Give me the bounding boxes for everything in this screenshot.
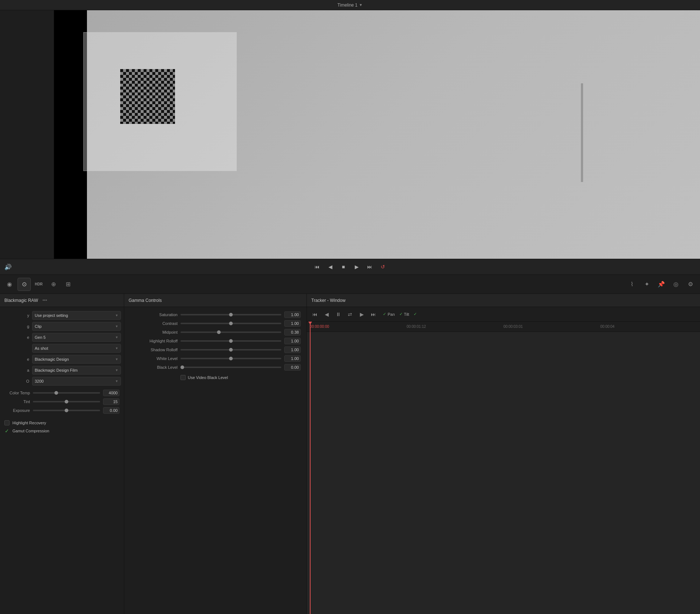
blackmagic-design-dropdown[interactable]: Blackmagic Design ▼ bbox=[32, 355, 121, 364]
white-level-slider[interactable] bbox=[180, 358, 281, 359]
tool-circle-button[interactable]: ◎ bbox=[669, 278, 682, 291]
tracker-prev-button[interactable]: ◀ bbox=[322, 309, 332, 319]
tool-pointer-button[interactable]: ◉ bbox=[3, 278, 16, 291]
transport-bar: 🔊 ⏮ ◀ ■ ▶ ⏭ ↺ bbox=[0, 259, 700, 275]
tracker-swap-button[interactable]: ⇄ bbox=[345, 309, 355, 319]
highlight-rolloff-value[interactable]: 1.00 bbox=[284, 338, 301, 344]
highlight-rolloff-slider[interactable] bbox=[180, 340, 281, 342]
exposure-row: Exposure 0.00 bbox=[4, 407, 119, 414]
tint-value[interactable]: 15 bbox=[103, 398, 119, 405]
tracker-pan-checkbox: ✓ Pan bbox=[383, 312, 395, 317]
play-button[interactable]: ▶ bbox=[351, 262, 362, 272]
as-shot-dropdown[interactable]: As shot ▼ bbox=[32, 344, 121, 353]
blackmagic-design-film-dropdown[interactable]: Blackmagic Design Film ▼ bbox=[32, 366, 121, 375]
video-content bbox=[54, 10, 700, 259]
tool-target-button[interactable]: ⊙ bbox=[18, 278, 31, 291]
black-level-thumb[interactable] bbox=[180, 365, 184, 369]
shadow-rolloff-value[interactable]: 1.00 bbox=[284, 346, 301, 353]
gamma-panel-header: Gamma Controls bbox=[124, 294, 307, 307]
gamut-compression-label: Gamut Compression bbox=[12, 429, 49, 433]
midpoint-row: Midpoint 0.38 bbox=[130, 329, 301, 336]
saturation-slider[interactable] bbox=[180, 314, 281, 315]
bottom-panel: Blackmagic RAW ••• y Use project setting… bbox=[0, 294, 700, 614]
contrast-row: Contrast 1.00 bbox=[130, 320, 301, 327]
tool-waveform-button[interactable]: ⌇ bbox=[625, 278, 639, 291]
midpoint-slider[interactable] bbox=[180, 331, 281, 333]
raw-row-bmd-film: a Blackmagic Design Film ▼ bbox=[0, 365, 124, 376]
stop-button[interactable]: ■ bbox=[338, 262, 349, 272]
color-temp-value[interactable]: 4000 bbox=[103, 390, 119, 396]
contrast-slider[interactable] bbox=[180, 323, 281, 324]
raw-row-gen5: e Gen 5 ▼ bbox=[0, 332, 124, 343]
raw-row-as-shot: As shot ▼ bbox=[0, 343, 124, 354]
timeline-title-text: Timeline 1 bbox=[338, 3, 358, 8]
tool-settings-button[interactable]: ⚙ bbox=[684, 278, 697, 291]
prev-frame-button[interactable]: ◀ bbox=[325, 262, 335, 272]
saturation-thumb[interactable] bbox=[229, 313, 233, 317]
iso-3200-dropdown[interactable]: 3200 ▼ bbox=[32, 377, 121, 386]
highlight-rolloff-row: Highlight Rolloff 1.00 bbox=[130, 338, 301, 344]
shadow-rolloff-thumb[interactable] bbox=[229, 348, 233, 352]
color-temp-thumb[interactable] bbox=[54, 391, 58, 395]
clip-dropdown[interactable]: Clip ▼ bbox=[32, 322, 121, 331]
video-viewer[interactable] bbox=[54, 10, 700, 259]
raw-row-clip: g Clip ▼ bbox=[0, 321, 124, 332]
midpoint-thumb[interactable] bbox=[217, 330, 221, 334]
use-video-black-level-checkbox[interactable] bbox=[180, 375, 186, 380]
tool-bar: ◉ ⊙ HDR ⊕ ⊞ ⌇ ✦ 📌 ◎ ⚙ bbox=[0, 275, 700, 294]
exposure-slider[interactable] bbox=[33, 410, 100, 411]
saturation-value[interactable]: 1.00 bbox=[284, 311, 301, 318]
tracker-pause-button[interactable]: ⏸ bbox=[333, 309, 343, 319]
raw-panel-dots[interactable]: ••• bbox=[42, 298, 47, 303]
top-bar: Timeline 1 ▼ bbox=[0, 0, 700, 10]
volume-icon[interactable]: 🔊 bbox=[4, 264, 12, 270]
skip-back-button[interactable]: ⏮ bbox=[312, 262, 322, 272]
shadow-rolloff-slider[interactable] bbox=[180, 349, 281, 350]
highlight-rolloff-label: Highlight Rolloff bbox=[130, 339, 178, 343]
midpoint-value[interactable]: 0.38 bbox=[284, 329, 301, 336]
shadow-rolloff-label: Shadow Rolloff bbox=[130, 348, 178, 352]
tracker-panel-header: Tracker - Window bbox=[307, 294, 700, 307]
contrast-thumb[interactable] bbox=[229, 322, 233, 325]
tracker-panel: Tracker - Window ⏮ ◀ ⏸ ⇄ ▶ ⏭ ✓ Pan ✓ Til… bbox=[307, 294, 700, 614]
timeline-dropdown-icon[interactable]: ▼ bbox=[359, 3, 363, 7]
tracker-timeline[interactable]: 00:00:00:00 00:00:01:12 00:00:03:01 00:0… bbox=[307, 322, 700, 614]
white-level-thumb[interactable] bbox=[229, 357, 233, 360]
white-level-value[interactable]: 1.00 bbox=[284, 355, 301, 362]
loop-button[interactable]: ↺ bbox=[378, 262, 388, 272]
tint-thumb[interactable] bbox=[65, 400, 68, 403]
tracker-controls: ⏮ ◀ ⏸ ⇄ ▶ ⏭ ✓ Pan ✓ Tilt ✓ bbox=[307, 307, 700, 322]
tool-layers-button[interactable]: ⊕ bbox=[47, 278, 60, 291]
tool-table-button[interactable]: ⊞ bbox=[61, 278, 75, 291]
tool-pin-button[interactable]: 📌 bbox=[655, 278, 668, 291]
use-project-setting-dropdown[interactable]: Use project setting ▼ bbox=[32, 311, 121, 320]
tracker-skip-start-button[interactable]: ⏮ bbox=[310, 309, 320, 319]
black-level-slider[interactable] bbox=[180, 367, 281, 368]
midpoint-label: Midpoint bbox=[130, 330, 178, 334]
gen5-dropdown[interactable]: Gen 5 ▼ bbox=[32, 333, 121, 342]
raw-settings-content: y Use project setting ▼ g Clip ▼ bbox=[0, 307, 124, 614]
tracker-skip-end-button[interactable]: ⏭ bbox=[368, 309, 378, 319]
contrast-value[interactable]: 1.00 bbox=[284, 320, 301, 327]
exposure-thumb[interactable] bbox=[65, 409, 68, 412]
white-level-row: White Level 1.00 bbox=[130, 355, 301, 362]
black-level-value[interactable]: 0.00 bbox=[284, 364, 301, 371]
tracker-play-button[interactable]: ▶ bbox=[357, 309, 367, 319]
tint-slider[interactable] bbox=[33, 401, 100, 402]
timeline-playhead[interactable] bbox=[310, 322, 311, 614]
exposure-value[interactable]: 0.00 bbox=[103, 407, 119, 414]
gamut-compression-row: ✓ Gamut Compression bbox=[0, 427, 124, 435]
gamut-compression-checkbox[interactable]: ✓ bbox=[4, 428, 9, 433]
highlight-recovery-checkbox[interactable] bbox=[4, 420, 9, 425]
tool-scope-button[interactable]: ✦ bbox=[640, 278, 653, 291]
color-temp-row: Color Temp 4000 bbox=[4, 390, 119, 396]
highlight-rolloff-thumb[interactable] bbox=[229, 339, 233, 343]
shadow-rolloff-row: Shadow Rolloff 1.00 bbox=[130, 346, 301, 353]
white-level-label: White Level bbox=[130, 356, 178, 361]
video-vertical-bar bbox=[581, 83, 583, 182]
skip-forward-button[interactable]: ⏭ bbox=[365, 262, 375, 272]
tool-hdr-button[interactable]: HDR bbox=[32, 278, 45, 291]
raw-row-3200: O 3200 ▼ bbox=[0, 376, 124, 387]
tint-label: Tint bbox=[4, 399, 30, 404]
color-temp-slider[interactable] bbox=[33, 392, 100, 394]
